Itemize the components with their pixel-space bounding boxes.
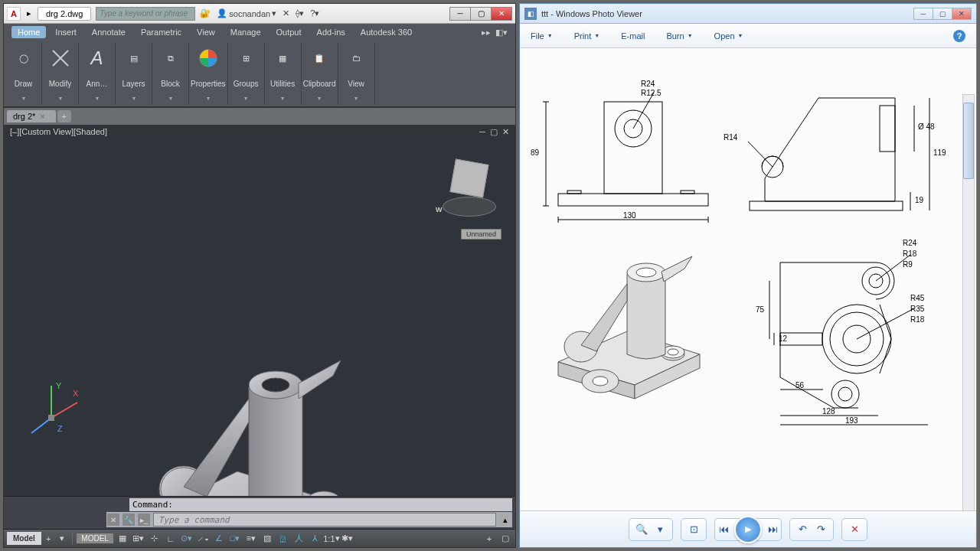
- tab-insert[interactable]: Insert: [49, 26, 83, 38]
- isodraft-icon[interactable]: ⟋▾: [196, 532, 210, 546]
- viewcube[interactable]: W: [439, 161, 500, 223]
- model-tab[interactable]: Model: [7, 532, 41, 545]
- ortho-icon[interactable]: ∟: [164, 532, 178, 546]
- anno-scale-label[interactable]: 1:1 ▾: [325, 532, 338, 546]
- tab-view[interactable]: View: [191, 26, 221, 38]
- help-icon[interactable]: ?▾: [310, 8, 319, 18]
- photo-scrollbar[interactable]: [962, 94, 975, 510]
- gear-icon[interactable]: ✱▾: [341, 532, 354, 546]
- next-icon[interactable]: ⏭: [765, 522, 780, 537]
- doc-tab[interactable]: drg 2*×: [7, 110, 56, 122]
- menu-file[interactable]: File▼: [531, 31, 553, 41]
- tab-autodesk360[interactable]: Autodesk 360: [354, 26, 418, 38]
- vp-maximize-icon[interactable]: ▢: [490, 127, 498, 137]
- snap-icon[interactable]: ⊞▾: [132, 532, 145, 546]
- panel-clipboard[interactable]: 📋Clipboard▾: [302, 42, 338, 105]
- menu-print[interactable]: Print▼: [574, 31, 600, 41]
- panel-utilities[interactable]: ▦Utilities▾: [265, 42, 302, 105]
- command-input[interactable]: [153, 513, 496, 527]
- panel-groups[interactable]: ⊞Groups▾: [228, 42, 265, 105]
- clipboard-icon: 📋: [306, 45, 332, 71]
- transparency-icon[interactable]: ▧: [260, 532, 274, 546]
- infer-icon[interactable]: ⊹: [148, 532, 162, 546]
- ribbon-pin-icon[interactable]: ◧▾: [495, 28, 508, 37]
- photo-close-button[interactable]: ✕: [952, 8, 972, 20]
- prev-icon[interactable]: ⏮: [716, 522, 731, 537]
- ucs-x-label: X: [73, 389, 79, 398]
- user-menu[interactable]: 👤 socnandan ▾: [217, 8, 276, 18]
- clean-screen-icon[interactable]: ▢: [498, 532, 512, 546]
- ucs-icon[interactable]: Y X Z: [28, 380, 90, 442]
- qat-dropdown-icon[interactable]: ▸: [25, 8, 33, 18]
- menu-open[interactable]: Open▼: [714, 31, 743, 41]
- layout-menu-icon[interactable]: ▾: [55, 532, 69, 546]
- fit-window-icon[interactable]: ⊡: [686, 522, 701, 537]
- search-box[interactable]: [96, 7, 195, 21]
- photo-help-icon[interactable]: ?: [953, 30, 965, 42]
- space-indicator[interactable]: MODEL: [76, 533, 114, 544]
- binoculars-icon[interactable]: 🔐: [200, 8, 211, 18]
- chevron-down-icon[interactable]: ▾: [22, 96, 25, 102]
- zoom-slider-icon[interactable]: ▾: [652, 522, 668, 537]
- minimize-button[interactable]: ─: [449, 7, 471, 21]
- svg-point-38: [593, 377, 608, 386]
- exchange-icon[interactable]: ✕: [283, 8, 289, 18]
- osnap-icon[interactable]: ∠: [212, 532, 226, 546]
- panel-annotation[interactable]: AAnn…▾: [79, 42, 116, 105]
- photo-minimize-button[interactable]: ─: [913, 8, 933, 20]
- panel-block[interactable]: ⧉Block▾: [152, 42, 189, 105]
- rotate-cw-icon[interactable]: ↷: [813, 522, 828, 537]
- viewport-label[interactable]: [–][Custom View][Shaded]: [10, 127, 107, 136]
- panel-view[interactable]: 🗀View▾: [338, 42, 375, 105]
- photo-canvas[interactable]: R24 R12.5 89 130 R14: [520, 48, 976, 510]
- zoom-out-icon[interactable]: 🔍: [634, 522, 649, 537]
- 3dosnap-icon[interactable]: 人: [292, 532, 306, 546]
- cmd-recent-icon[interactable]: ▴: [499, 514, 511, 526]
- viewcube-body[interactable]: [450, 159, 489, 198]
- panel-layers[interactable]: ▤Layers▾: [116, 42, 152, 105]
- a360-icon[interactable]: ⟠▾: [296, 8, 304, 18]
- panel-modify[interactable]: Modify▾: [42, 42, 79, 105]
- lineweight-icon[interactable]: ≡▾: [244, 532, 258, 546]
- otrack-icon[interactable]: □▾: [228, 532, 242, 546]
- viewcube-menu[interactable]: Unnamed: [461, 229, 501, 240]
- layout-plus-icon[interactable]: +: [43, 534, 54, 543]
- customize-icon[interactable]: +: [482, 532, 496, 546]
- cmd-wrench-icon[interactable]: 🔧: [122, 514, 135, 526]
- polar-icon[interactable]: ⊙▾: [180, 532, 194, 546]
- grid-icon[interactable]: ▦: [116, 532, 129, 546]
- tab-addins[interactable]: Add-ins: [311, 26, 351, 38]
- scroll-thumb[interactable]: [963, 103, 974, 179]
- dynamic-ucs-icon[interactable]: ⅄: [309, 532, 322, 546]
- tab-manage[interactable]: Manage: [224, 26, 267, 38]
- ribbon-collapse-icon[interactable]: ▸▸: [482, 28, 491, 37]
- tab-annotate[interactable]: Annotate: [86, 26, 132, 38]
- tab-output[interactable]: Output: [270, 26, 308, 38]
- maximize-button[interactable]: ▢: [470, 7, 492, 21]
- photo-menubar: File▼ Print▼ E-mail Burn▼ Open▼ ?: [520, 24, 976, 48]
- panel-properties[interactable]: Properties▾: [189, 42, 228, 105]
- photo-maximize-button[interactable]: ▢: [933, 8, 952, 20]
- panel-draw[interactable]: ◯Draw▾: [5, 42, 42, 105]
- new-tab-button[interactable]: +: [57, 110, 71, 122]
- cycling-icon[interactable]: ⍰: [276, 532, 290, 546]
- dim-r45: R45: [910, 294, 925, 302]
- tab-home[interactable]: Home: [11, 26, 46, 38]
- tab-parametric[interactable]: Parametric: [135, 26, 188, 38]
- rotate-ccw-icon[interactable]: ↶: [795, 522, 810, 537]
- svg-rect-22: [681, 191, 694, 194]
- tab-close-icon[interactable]: ×: [40, 112, 44, 121]
- search-input[interactable]: [96, 9, 194, 18]
- vp-close-icon[interactable]: ✕: [502, 127, 509, 137]
- drawing-canvas[interactable]: W Unnamed: [4, 139, 515, 496]
- slideshow-button[interactable]: ▶: [734, 516, 762, 543]
- svg-line-13: [51, 403, 77, 418]
- autocad-logo-icon[interactable]: A: [7, 7, 21, 21]
- close-button[interactable]: ✕: [491, 7, 512, 21]
- cmd-close-icon[interactable]: ✕: [107, 514, 119, 526]
- menu-email[interactable]: E-mail: [621, 31, 645, 41]
- vp-minimize-icon[interactable]: ─: [479, 127, 485, 137]
- delete-icon[interactable]: ✕: [847, 522, 862, 537]
- menu-burn[interactable]: Burn▼: [666, 31, 692, 41]
- viewcube-compass[interactable]: [443, 197, 496, 217]
